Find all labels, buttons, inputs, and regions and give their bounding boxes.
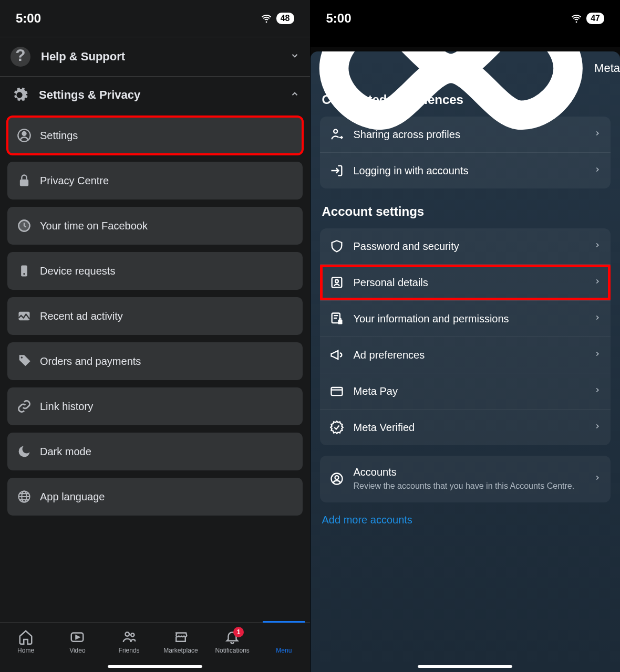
chevron-right-icon (594, 314, 601, 323)
marketplace-icon (173, 629, 189, 645)
settings-list: Settings Privacy Centre Your time on Fac… (0, 113, 310, 622)
verified-icon (329, 420, 344, 435)
megaphone-icon (329, 348, 344, 362)
item-accounts[interactable]: Accounts Review the accounts that you ha… (320, 456, 611, 502)
settings-item-link-history[interactable]: Link history (7, 387, 303, 425)
item-ad-preferences[interactable]: Ad preferences (320, 337, 611, 373)
chevron-right-icon (594, 278, 601, 287)
bottom-nav: Home Video Friends Marketplace 1 Notific… (0, 622, 310, 672)
nav-notifications[interactable]: 1 Notifications (211, 629, 253, 654)
personal-details-label: Personal details (354, 277, 585, 289)
nav-marketplace-label: Marketplace (163, 647, 198, 654)
nav-menu-label: Menu (276, 647, 292, 654)
wifi-icon (571, 13, 582, 24)
chevron-right-icon (594, 423, 601, 432)
item-personal-details[interactable]: Personal details (320, 264, 611, 300)
accounts-group: Accounts Review the accounts that you ha… (320, 456, 611, 502)
shield-icon (329, 239, 344, 254)
meta-sheet: Meta Connected experiences Sharing acros… (311, 51, 621, 672)
meta-brand-label: Meta (594, 61, 620, 75)
lock-icon (17, 173, 32, 188)
chevron-right-icon (594, 474, 601, 484)
chevron-right-icon (594, 350, 601, 360)
image-icon (17, 309, 32, 323)
device-requests-label: Device requests (40, 265, 115, 277)
chevron-right-icon (594, 166, 601, 175)
logging-in-label: Logging in with accounts (354, 165, 585, 177)
settings-item-app-language[interactable]: App language (7, 478, 303, 516)
phone-right: 5:00 47 Meta Connected experiences Shar (311, 0, 621, 672)
login-arrow-icon (329, 163, 344, 178)
account-settings-title: Account settings (311, 199, 621, 228)
phone-left: 5:00 48 ? Help & Support Settings & Priv… (0, 0, 311, 672)
nav-video[interactable]: Video (56, 629, 98, 654)
item-info-permissions[interactable]: Your information and permissions (320, 300, 611, 337)
nav-home[interactable]: Home (5, 629, 47, 654)
settings-item-privacy-centre[interactable]: Privacy Centre (7, 162, 303, 200)
item-logging-in[interactable]: Logging in with accounts (320, 152, 611, 188)
connected-experiences-group: Sharing across profiles Logging in with … (320, 117, 611, 188)
nav-friends[interactable]: Friends (108, 629, 150, 654)
chevron-down-icon (290, 51, 299, 62)
chevron-right-icon (594, 386, 601, 396)
accounts-sublabel: Review the accounts that you have in thi… (354, 480, 585, 492)
settings-privacy-label: Settings & Privacy (39, 88, 140, 102)
nav-marketplace[interactable]: Marketplace (160, 629, 202, 654)
svg-rect-3 (20, 180, 28, 186)
info-permissions-label: Your information and permissions (354, 313, 585, 325)
app-language-label: App language (40, 491, 105, 503)
menu-settings-privacy[interactable]: Settings & Privacy (0, 77, 310, 113)
menu-help-support[interactable]: ? Help & Support (0, 37, 310, 76)
svg-point-25 (335, 476, 338, 479)
svg-rect-23 (331, 387, 342, 395)
svg-marker-13 (76, 636, 79, 639)
item-meta-pay[interactable]: Meta Pay (320, 373, 611, 409)
moon-icon (17, 444, 32, 459)
item-password-security[interactable]: Password and security (320, 228, 611, 264)
doc-lock-icon (329, 311, 344, 326)
svg-point-2 (23, 132, 26, 135)
battery-level-right: 47 (586, 13, 604, 24)
item-meta-verified[interactable]: Meta Verified (320, 409, 611, 445)
clock-icon (17, 218, 32, 233)
settings-item-dark-mode[interactable]: Dark mode (7, 433, 303, 470)
status-time: 5:00 (16, 11, 41, 26)
privacy-centre-label: Privacy Centre (40, 175, 109, 187)
svg-rect-22 (338, 320, 342, 324)
friends-icon (121, 629, 137, 645)
globe-icon (17, 489, 32, 504)
close-button[interactable] (321, 61, 334, 76)
svg-point-18 (334, 130, 337, 133)
orders-label: Orders and payments (40, 355, 141, 368)
chevron-right-icon (594, 130, 601, 139)
nav-notifications-label: Notifications (215, 647, 249, 654)
settings-item-orders[interactable]: Orders and payments (7, 342, 303, 380)
question-icon: ? (11, 47, 30, 67)
person-circle-icon (17, 128, 32, 143)
nav-menu[interactable]: Menu (263, 629, 305, 654)
video-icon (69, 629, 85, 645)
credit-card-icon (329, 384, 344, 398)
status-bar-left: 5:00 48 (0, 0, 310, 37)
svg-point-7 (23, 273, 25, 275)
svg-point-9 (21, 356, 23, 359)
nav-home-label: Home (17, 647, 34, 654)
settings-item-settings[interactable]: Settings (7, 117, 303, 154)
recent-ad-label: Recent ad activity (40, 310, 123, 322)
connected-experiences-title: Connected experiences (311, 87, 621, 117)
sharing-label: Sharing across profiles (354, 129, 585, 141)
wifi-icon (261, 13, 272, 24)
settings-item-your-time[interactable]: Your time on Facebook (7, 207, 303, 245)
id-card-icon (329, 275, 344, 290)
add-more-accounts-link[interactable]: Add more accounts (311, 507, 621, 533)
settings-item-recent-ad[interactable]: Recent ad activity (7, 297, 303, 335)
ad-preferences-label: Ad preferences (354, 349, 585, 361)
gear-icon (11, 86, 28, 104)
svg-point-20 (335, 280, 338, 283)
item-sharing-across-profiles[interactable]: Sharing across profiles (320, 117, 611, 152)
settings-item-device-requests[interactable]: Device requests (7, 252, 303, 290)
meta-pay-label: Meta Pay (354, 385, 585, 397)
link-icon (17, 399, 32, 414)
status-bar-right: 5:00 47 (311, 0, 621, 37)
svg-point-15 (131, 633, 134, 636)
